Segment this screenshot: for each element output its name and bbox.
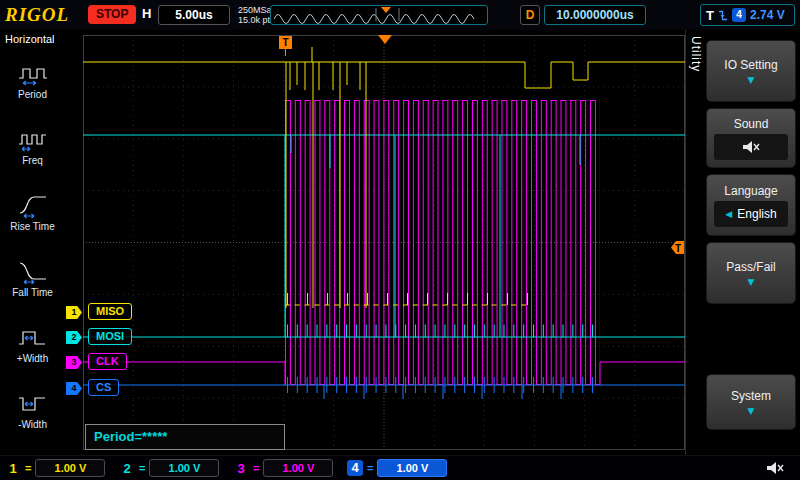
channel-number: 3 <box>233 461 249 476</box>
freq-icon <box>17 127 49 153</box>
left-arrow-icon: ◀ <box>725 209 732 219</box>
submenu-arrow-icon: ▼ <box>748 406 755 416</box>
ch2-name-label: MOSI <box>88 328 132 345</box>
sidebar-item-rise-time[interactable]: Rise Time <box>0 179 65 245</box>
channel2-status[interactable]: 2 = 1.00 V <box>114 456 228 480</box>
ch2-position-marker[interactable]: 2 <box>66 331 82 344</box>
sidebar-item-fall-time[interactable]: Fall Time <box>0 245 65 311</box>
submenu-arrow-icon: ▼ <box>748 75 755 85</box>
coupling-icon: = <box>139 462 145 474</box>
sidebar-item-period[interactable]: Period <box>0 47 65 113</box>
ch1-name-label: MISO <box>88 303 132 320</box>
trigger-label: T <box>706 8 714 23</box>
trigger-flag-letter: T <box>282 37 288 48</box>
speaker-status-icon <box>766 461 784 479</box>
waveform-preview[interactable] <box>270 5 488 25</box>
trigger-status-group[interactable]: T 4 2.74 V <box>700 4 795 26</box>
waveform-canvas: T T <box>83 35 685 450</box>
preview-trigger-marker-icon <box>381 7 391 13</box>
utility-menu: Utility IO Setting ▼ Sound Language ◀ <box>685 30 800 455</box>
horizontal-label: H <box>142 6 151 21</box>
menu-button-io-setting[interactable]: IO Setting ▼ <box>706 40 796 102</box>
fall-time-icon <box>17 259 49 285</box>
ch4-name-label: CS <box>88 379 119 396</box>
trigger-level-value: 2.74 V <box>750 8 785 22</box>
channel-number: 1 <box>5 461 21 476</box>
submenu-arrow-icon: ▼ <box>748 277 755 287</box>
language-value-box: ◀ English <box>714 201 788 227</box>
sidebar-item-label: Freq <box>22 155 43 166</box>
menu-button-label: Pass/Fail <box>726 260 775 274</box>
menu-button-label: Language <box>724 184 777 198</box>
sidebar-item-label: Fall Time <box>12 287 53 298</box>
top-status-bar: RIGOL STOP H 5.00us 250MSa/s 15.0k pts D… <box>0 0 800 30</box>
menu-button-language[interactable]: Language ◀ English <box>706 174 796 236</box>
rise-time-icon <box>17 193 49 219</box>
channel4-status[interactable]: 4 = 1.00 V <box>342 456 456 480</box>
channel1-status[interactable]: 1 = 1.00 V <box>0 456 114 480</box>
menu-button-label: System <box>731 389 771 403</box>
sidebar-item-label: +Width <box>17 353 48 364</box>
channel-scale: 1.00 V <box>149 459 219 477</box>
channel-scale: 1.00 V <box>377 459 447 477</box>
coupling-icon: = <box>25 462 31 474</box>
ch3-name-label: CLK <box>88 353 127 370</box>
falling-edge-icon <box>718 9 728 22</box>
channel-scale: 1.00 V <box>35 459 105 477</box>
run-status-badge[interactable]: STOP <box>88 5 136 24</box>
measure-sidebar: Horizontal Period Freq <box>0 30 65 455</box>
ch1-position-marker[interactable]: 1 <box>66 306 82 319</box>
timebase-value[interactable]: 5.00us <box>158 5 230 25</box>
menu-button-sound[interactable]: Sound <box>706 108 796 168</box>
menu-button-label: Sound <box>734 117 769 131</box>
ch4-position-marker[interactable]: 4 <box>66 382 82 395</box>
speaker-mute-icon <box>742 140 760 154</box>
delay-value[interactable]: 10.0000000us <box>544 5 646 25</box>
main-area: Horizontal Period Freq <box>0 30 800 455</box>
channel-number: 4 <box>347 460 363 476</box>
sidebar-item-label: Rise Time <box>10 221 54 232</box>
trigger-level-letter: T <box>675 243 681 254</box>
utility-menu-title: Utility <box>689 36 703 72</box>
sidebar-item-label: -Width <box>18 419 47 430</box>
sidebar-item-plus-width[interactable]: +Width <box>0 311 65 377</box>
preview-wave <box>274 15 474 24</box>
minus-width-icon <box>17 391 49 417</box>
menu-button-system[interactable]: System ▼ <box>706 374 796 430</box>
coupling-icon: = <box>253 462 259 474</box>
channel-number: 2 <box>119 461 135 476</box>
period-icon <box>17 61 49 87</box>
scope-display: T T 1 2 3 4 MISO MOSI CLK CS Period=****… <box>65 30 685 455</box>
channel-scale: 1.00 V <box>263 459 333 477</box>
menu-button-pass-fail[interactable]: Pass/Fail ▼ <box>706 242 796 304</box>
channel-status-bar: 1 = 1.00 V 2 = 1.00 V 3 = 1.00 V 4 = 1.0… <box>0 455 800 480</box>
measure-sidebar-title: Horizontal <box>0 30 65 47</box>
rigol-logo: RIGOL <box>5 4 69 26</box>
menu-button-label: IO Setting <box>724 58 777 72</box>
oscilloscope-screen: RIGOL STOP H 5.00us 250MSa/s 15.0k pts D… <box>0 0 800 480</box>
measurement-readout: Period=***** <box>85 424 285 450</box>
coupling-icon: = <box>367 462 373 474</box>
sidebar-item-minus-width[interactable]: -Width <box>0 377 65 443</box>
channel3-status[interactable]: 3 = 1.00 V <box>228 456 342 480</box>
language-value: English <box>737 207 776 221</box>
sidebar-item-label: Period <box>18 89 47 100</box>
ch3-position-marker[interactable]: 3 <box>66 356 82 369</box>
sound-value-box <box>714 134 788 160</box>
sidebar-item-freq[interactable]: Freq <box>0 113 65 179</box>
trigger-source-badge: 4 <box>732 8 746 22</box>
delay-label: D <box>520 5 540 25</box>
plus-width-icon <box>17 325 49 351</box>
